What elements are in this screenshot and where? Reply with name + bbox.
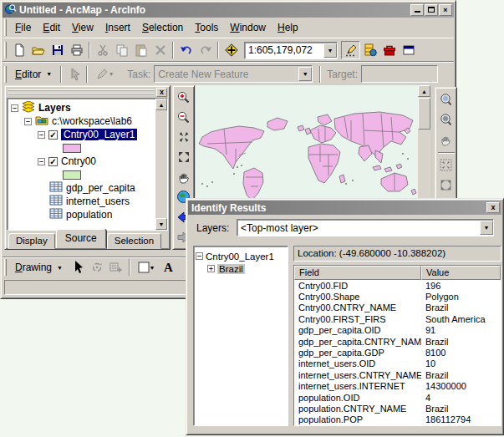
tab-display[interactable]: Display <box>8 233 55 249</box>
toc-folder-label: c:\workspace\lab6 <box>52 115 132 127</box>
toc-close-button[interactable]: x <box>156 88 167 97</box>
identify-results-window: Identify Results x Layers: <Top-most lay… <box>186 198 504 435</box>
layer1-checkbox[interactable]: ✓ <box>48 130 58 140</box>
collapse-icon[interactable]: − <box>196 252 203 260</box>
fixed-zoom-out-button[interactable] <box>174 148 194 167</box>
menu-help[interactable]: Help <box>272 19 304 36</box>
show-window-button[interactable] <box>399 41 418 59</box>
toc-layer1-label[interactable]: Cntry00_Layer1 <box>61 129 137 140</box>
toc-table-label[interactable]: internet_users <box>66 196 130 207</box>
standard-toolbar-grip[interactable] <box>4 42 7 58</box>
menu-view[interactable]: View <box>66 19 99 36</box>
toc-item-layer1[interactable]: − ✓ Cntry00_Layer1 <box>11 128 155 141</box>
table-row: gdp_per_capita.CNTRY_NAMEBrazil <box>294 336 501 347</box>
editor-toolbar-toggle-button[interactable] <box>341 41 360 59</box>
identify-close-button[interactable]: x <box>486 202 500 213</box>
save-button[interactable] <box>48 41 67 59</box>
layer2-checkbox[interactable]: ✓ <box>48 157 58 166</box>
desktop: { "main_window": { "title": "Untitled - … <box>0 0 504 437</box>
magnifier-zoom-out-button[interactable] <box>436 110 456 130</box>
add-data-button[interactable] <box>221 41 241 59</box>
menu-file[interactable]: File <box>9 19 37 36</box>
collapse-icon[interactable]: − <box>38 158 45 165</box>
toc-item-table-population[interactable]: population <box>11 208 155 221</box>
editor-toolbar-grip[interactable] <box>4 66 7 83</box>
pink-symbol-swatch[interactable] <box>63 144 81 153</box>
toc-drag-handle[interactable] <box>8 89 155 94</box>
zoom-in-button[interactable] <box>174 88 194 107</box>
fixed-zoom-out-button-right[interactable] <box>436 175 456 195</box>
titlebar[interactable]: Untitled - ArcMap - ArcInfo × <box>3 3 454 18</box>
collapse-icon[interactable]: − <box>38 131 45 139</box>
window-title: Untitled - ArcMap - ArcInfo <box>19 4 408 16</box>
collapse-icon[interactable]: − <box>24 118 32 125</box>
identify-titlebar[interactable]: Identify Results x <box>188 201 501 215</box>
menu-selection[interactable]: Selection <box>136 19 189 36</box>
table-row: gdp_per_capita.OID91 <box>294 325 501 336</box>
map-scrollbar-thumb[interactable] <box>418 98 430 130</box>
edit-tool-button <box>64 65 84 84</box>
toc-table-label[interactable]: gdp_per_capita <box>66 182 135 194</box>
green-symbol-swatch[interactable] <box>63 170 81 180</box>
text-tool-button[interactable]: A <box>160 261 177 275</box>
menu-edit[interactable]: Edit <box>37 19 66 36</box>
scale-combobox[interactable]: 1:605,179,072 ▼ <box>244 42 338 59</box>
fixed-zoom-in-button-right[interactable] <box>436 155 456 175</box>
shape-tool-button[interactable]: ▼ <box>133 258 160 277</box>
toc-item-table-gdp[interactable]: gdp_per_capita <box>11 181 155 195</box>
table-row: internet_users.OID10 <box>294 358 501 369</box>
arccatalog-button[interactable] <box>360 41 379 59</box>
select-elements-button[interactable] <box>69 258 88 277</box>
drawing-menu-button[interactable]: Drawing▼ <box>9 260 69 275</box>
editor-menu-button[interactable]: Editor▼ <box>9 67 58 82</box>
identify-attribute-table: Field Value Cntry00.FID196 Cntry00.Shape… <box>293 265 501 426</box>
maximize-button[interactable] <box>425 4 438 16</box>
pan-button[interactable] <box>436 130 456 150</box>
scale-dropdown-button[interactable]: ▼ <box>323 43 337 58</box>
menu-insert[interactable]: Insert <box>99 19 136 36</box>
new-map-button[interactable] <box>9 41 28 59</box>
print-button[interactable] <box>67 41 86 59</box>
scale-value[interactable]: 1:605,179,072 <box>245 44 323 56</box>
drawing-toolbar-grip[interactable] <box>4 259 7 276</box>
identify-layers-combobox[interactable]: <Top-most layer> ▼ <box>237 219 494 236</box>
arctoolbox-button[interactable] <box>379 41 399 59</box>
scroll-down-arrow[interactable]: ▼ <box>155 218 167 230</box>
toc-scrollbar[interactable]: ▲ ▼ <box>155 99 167 230</box>
toc-table-label[interactable]: population <box>66 209 112 221</box>
toc-item-layers[interactable]: − Layers <box>11 101 155 114</box>
map-scroll-up-arrow[interactable]: ▲ <box>418 85 430 97</box>
magnifier-zoom-in-button[interactable] <box>436 90 456 109</box>
expand-icon[interactable]: + <box>207 265 215 272</box>
delete-button <box>150 41 170 59</box>
identify-tree-root[interactable]: − Cntry00_Layer1 <box>196 250 286 262</box>
identify-layers-value[interactable]: <Top-most layer> <box>237 222 480 234</box>
toc-tabs: Display Source Selection <box>7 231 168 248</box>
close-button[interactable]: × <box>439 4 452 16</box>
open-button[interactable] <box>28 41 48 59</box>
tab-selection[interactable]: Selection <box>107 233 161 249</box>
toc-item-layer2[interactable]: − ✓ Cntry00 <box>11 155 155 168</box>
toc-layer1-symbol[interactable] <box>11 141 155 155</box>
identify-layers-dropdown-button[interactable]: ▼ <box>480 221 493 235</box>
zoom-out-button[interactable] <box>174 108 194 127</box>
identify-location-text: Location: (-49.680000 -10.388202) <box>298 248 445 258</box>
tab-source[interactable]: Source <box>56 229 106 248</box>
menubar-grip[interactable] <box>4 19 7 36</box>
undo-button[interactable] <box>176 41 196 59</box>
identify-tree-root-label[interactable]: Cntry00_Layer1 <box>206 252 274 262</box>
toc-item-folder[interactable]: − c:\workspace\lab6 <box>11 114 155 128</box>
identify-tree-child-label[interactable]: Brazil <box>217 264 245 274</box>
toc-item-table-internet[interactable]: internet_users <box>11 195 155 208</box>
toc-layer2-label[interactable]: Cntry00 <box>61 155 96 167</box>
pan-icon[interactable] <box>174 168 194 187</box>
scroll-up-arrow[interactable]: ▲ <box>155 99 167 110</box>
menu-window[interactable]: Window <box>224 19 272 36</box>
toc-layer2-symbol[interactable] <box>11 168 155 181</box>
collapse-icon[interactable]: − <box>11 104 18 112</box>
table-icon <box>49 208 63 221</box>
minimize-button[interactable] <box>410 4 424 16</box>
menu-tools[interactable]: Tools <box>189 19 224 36</box>
identify-tree-child[interactable]: + Brazil <box>196 262 286 275</box>
fixed-zoom-in-button[interactable] <box>174 128 194 147</box>
